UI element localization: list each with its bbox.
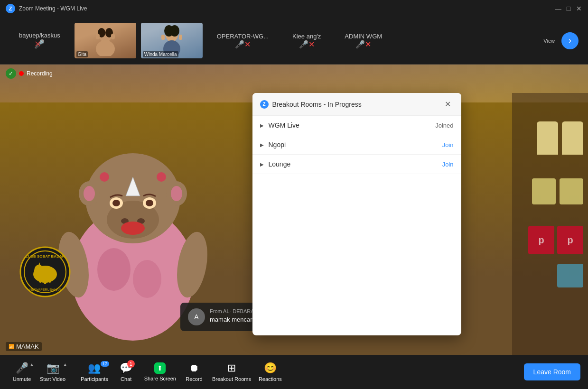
svg-point-24: [146, 200, 153, 206]
leave-room-button[interactable]: Leave Room: [524, 363, 580, 380]
svg-point-40: [43, 277, 47, 284]
shelf-row4: [557, 264, 583, 287]
breakout-room-name-3: Lounge: [269, 160, 442, 168]
reactions-icon: 😊: [264, 362, 277, 374]
titlebar: Z Zoom Meeting - WGM Live — □ ✕: [0, 0, 588, 17]
breakout-rooms-button[interactable]: ⊞ Breakout Rooms: [208, 360, 255, 384]
chat-avatar: A: [188, 308, 205, 325]
gita-video: Gita: [75, 23, 136, 58]
svg-rect-4: [96, 34, 100, 39]
signal-icon: 📶: [9, 344, 14, 349]
participant-tile-bayuep[interactable]: bayuep/kaskus 🎤 ✕: [9, 32, 70, 49]
participants-label: Participants: [81, 376, 108, 382]
svg-point-42: [52, 274, 55, 279]
breakout-arrow-2: ▶: [260, 142, 264, 148]
breakout-room-status-1: Joined: [435, 122, 453, 129]
svg-point-13: [97, 248, 131, 291]
breakout-dialog-body: [252, 174, 461, 335]
mute-icon-admin: 🎤✕: [355, 40, 371, 49]
share-screen-icon: ⬆: [157, 364, 163, 372]
breakout-room-lounge[interactable]: ▶ Lounge Join: [252, 155, 461, 174]
breakout-rooms-icon: ⊞: [227, 362, 236, 374]
breakout-rooms-label: Breakout Rooms: [212, 376, 251, 382]
shelf-row3: p p: [528, 226, 583, 254]
window-controls[interactable]: — □ ✕: [555, 5, 582, 12]
participant-name-kiee: Kiee ang'z: [283, 33, 330, 40]
participant-name-bayuep: bayuep/kaskus: [9, 32, 70, 39]
participant-tile-winda[interactable]: Winda Marcella: [141, 23, 203, 58]
breakout-arrow-3: ▶: [260, 162, 264, 167]
minimize-button[interactable]: —: [555, 5, 561, 12]
breakout-zoom-logo: Z: [260, 100, 269, 109]
maximize-button[interactable]: □: [565, 5, 572, 12]
svg-point-41: [48, 275, 52, 283]
svg-text:CLUB SOBAT BADAK: CLUB SOBAT BADAK: [26, 254, 65, 259]
record-button[interactable]: ⏺ Record: [180, 360, 208, 384]
svg-rect-11: [179, 35, 182, 40]
participant-name-operator: OPERATOR-WG...: [207, 33, 278, 40]
breakout-room-name-1: WGM Live: [269, 121, 436, 129]
speaker-name: MAMAK: [16, 343, 39, 350]
shelf-item-1: [537, 121, 558, 155]
breakout-room-wgm-live[interactable]: ▶ WGM Live Joined: [252, 116, 461, 135]
breakout-room-join-2[interactable]: Join: [442, 141, 454, 148]
svg-point-31: [100, 172, 109, 182]
close-button[interactable]: ✕: [576, 5, 582, 12]
participant-tile-gita[interactable]: Gita: [75, 23, 136, 58]
record-icon: ⏺: [189, 362, 199, 374]
zoom-logo: Z: [6, 4, 15, 13]
start-video-label: Start Video: [40, 376, 65, 382]
emblem-svg: CLUB SOBAT BADAK #BAWAPERUBAHAN: [19, 246, 71, 298]
participant-tile-kiee[interactable]: Kiee ang'z 🎤✕: [283, 33, 330, 49]
participant-tile-admin[interactable]: ADMIN WGM 🎤✕: [335, 33, 392, 49]
shelf-item-2: [562, 121, 583, 155]
shelf-item-7: [557, 264, 583, 287]
window-title: Zoom Meeting - WGM Live: [19, 5, 555, 12]
start-video-chevron: ▲: [63, 362, 67, 367]
mute-slash-bayuep: ✕: [34, 39, 41, 49]
participants-bar: bayuep/kaskus 🎤 ✕ Gita: [0, 17, 588, 65]
chat-button[interactable]: 💬 1 Chat: [112, 360, 140, 384]
breakout-room-ngopi[interactable]: ▶ Ngopi Join: [252, 135, 461, 155]
svg-point-9: [170, 25, 179, 37]
status-dot: [6, 68, 16, 79]
speaker-name-label: 📶 MAMAK: [6, 342, 42, 351]
unmute-button[interactable]: ▲ 🎤 Unmute: [8, 360, 36, 384]
share-screen-inner: ⬆: [154, 362, 166, 374]
participant-tile-operator[interactable]: OPERATOR-WG... 🎤✕: [207, 33, 278, 49]
mute-icon-kiee: 🎤✕: [299, 40, 315, 49]
reactions-label: Reactions: [259, 376, 282, 382]
svg-point-1: [96, 40, 115, 56]
gita-label: Gita: [76, 51, 88, 57]
svg-point-26: [84, 186, 95, 201]
view-button[interactable]: ›: [561, 32, 579, 49]
participants-count: 17: [101, 361, 109, 367]
participants-button[interactable]: 👥 17 Participants: [77, 360, 112, 384]
reactions-button[interactable]: 😊 Reactions: [255, 360, 286, 384]
breakout-room-name-2: Ngopi: [269, 141, 442, 148]
breakout-dialog-header: Z Breakout Rooms - In Progress ✕: [252, 93, 461, 116]
shelf-item-5: p: [528, 226, 554, 254]
recording-indicator: Recording: [6, 68, 53, 79]
unmute-label: Unmute: [13, 376, 31, 382]
toolbar: ▲ 🎤 Unmute ▲ 📷 Start Video 👥 17 Particip…: [0, 355, 588, 389]
unmute-chevron: ▲: [29, 362, 34, 367]
participant-name-admin: ADMIN WGM: [335, 33, 392, 40]
svg-point-32: [157, 172, 166, 182]
svg-point-20: [121, 222, 145, 235]
svg-rect-5: [111, 34, 115, 39]
breakout-room-join-3[interactable]: Join: [442, 161, 454, 168]
start-video-button[interactable]: ▲ 📷 Start Video: [36, 360, 69, 384]
club-emblem: CLUB SOBAT BADAK #BAWAPERUBAHAN: [19, 246, 71, 298]
camera-icon: 📷: [47, 362, 59, 374]
share-screen-button[interactable]: ⬆ Share Screen: [140, 361, 180, 383]
svg-point-23: [112, 200, 120, 206]
winda-video: Winda Marcella: [141, 23, 203, 58]
chat-badge: 1: [127, 360, 135, 368]
main-video-area: Recording: [0, 65, 588, 355]
svg-point-28: [171, 186, 182, 201]
microphone-icon: 🎤: [16, 362, 28, 374]
svg-text:#BAWAPERUBAHAN: #BAWAPERUBAHAN: [29, 288, 61, 291]
breakout-close-button[interactable]: ✕: [442, 99, 454, 110]
chat-avatar-initial: A: [194, 313, 198, 321]
